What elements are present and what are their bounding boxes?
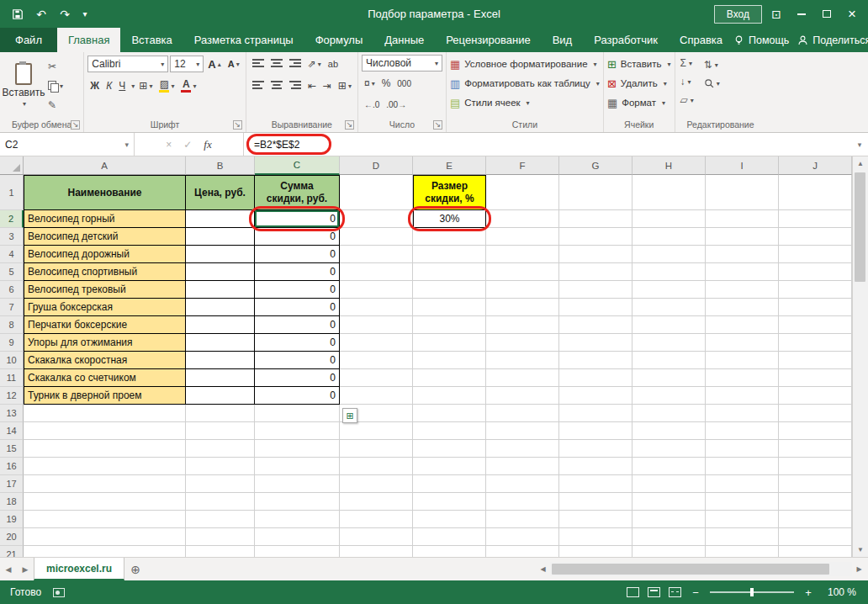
dialog-launcher-icon[interactable]: ↘	[71, 120, 80, 130]
zoom-level[interactable]: 100 %	[823, 586, 856, 598]
cell-A12[interactable]: Турник в дверной проем	[24, 387, 186, 405]
increase-indent-button[interactable]: ⇥	[320, 77, 334, 94]
decrease-indent-button[interactable]: ⇤	[305, 77, 319, 94]
cell-G19[interactable]	[559, 511, 632, 528]
cell-C7[interactable]: 0	[255, 299, 340, 316]
cell-E17[interactable]	[413, 475, 486, 493]
cell-H11[interactable]	[632, 369, 706, 387]
cell-I5[interactable]	[706, 263, 779, 281]
cell-E5[interactable]	[413, 263, 486, 281]
scroll-left-icon[interactable]: ◀	[536, 562, 550, 576]
delete-cells-button[interactable]: ⊠ Удалить ▾	[607, 74, 671, 93]
close-button[interactable]: ×	[841, 3, 863, 25]
minimize-button[interactable]	[791, 3, 812, 25]
horizontal-scroll-thumb[interactable]	[552, 564, 829, 575]
cell-C6[interactable]: 0	[255, 281, 340, 299]
cell-D1[interactable]	[340, 175, 413, 210]
cell-E6[interactable]	[413, 281, 486, 299]
cell-B3[interactable]	[186, 228, 255, 246]
cell-B14[interactable]	[186, 422, 255, 440]
cell-H2[interactable]	[632, 210, 706, 228]
cell-C17[interactable]	[255, 475, 340, 493]
cell-B20[interactable]	[186, 528, 255, 546]
cell-A1[interactable]: Наименование	[24, 175, 186, 210]
cell-C14[interactable]	[255, 422, 340, 440]
row-header-16[interactable]: 16	[0, 458, 24, 475]
cell-B8[interactable]	[186, 316, 255, 334]
align-bottom-icon[interactable]	[287, 56, 304, 72]
cell-B9[interactable]	[186, 334, 255, 352]
zoom-slider[interactable]	[710, 591, 794, 593]
enter-formula-icon[interactable]: ✓	[183, 139, 192, 151]
cell-F15[interactable]	[486, 440, 559, 458]
cell-I12[interactable]	[706, 387, 779, 405]
cell-B21[interactable]	[186, 546, 255, 557]
cell-B19[interactable]	[186, 511, 255, 528]
cell-C3[interactable]: 0	[255, 228, 340, 246]
find-select-button[interactable]: ▾	[702, 75, 722, 92]
cell-E4[interactable]	[413, 246, 486, 263]
comma-style-button[interactable]: 000	[394, 75, 414, 92]
cancel-formula-icon[interactable]: ×	[166, 139, 172, 151]
row-header-1[interactable]: 1	[0, 175, 24, 210]
cell-H4[interactable]	[632, 246, 706, 263]
cell-F17[interactable]	[486, 475, 559, 493]
cell-H19[interactable]	[632, 511, 706, 528]
cut-button[interactable]: ✂	[46, 58, 65, 75]
row-header-11[interactable]: 11	[0, 369, 24, 387]
dialog-launcher-icon[interactable]: ↘	[433, 120, 442, 130]
cell-G20[interactable]	[559, 528, 632, 546]
number-format-combo[interactable]: Числовой ▾	[362, 55, 442, 72]
row-header-14[interactable]: 14	[0, 422, 24, 440]
cell-C19[interactable]	[255, 511, 340, 528]
cell-C5[interactable]: 0	[255, 263, 340, 281]
cell-A3[interactable]: Велосипед детский	[24, 228, 186, 246]
cell-B17[interactable]	[186, 475, 255, 493]
row-header-12[interactable]: 12	[0, 387, 24, 405]
cell-G8[interactable]	[559, 316, 632, 334]
cell-E10[interactable]	[413, 352, 486, 369]
ribbon-tab-review[interactable]: Рецензирование	[435, 28, 541, 52]
row-header-15[interactable]: 15	[0, 440, 24, 458]
cell-J8[interactable]	[779, 316, 852, 334]
cell-C10[interactable]: 0	[255, 352, 340, 369]
cell-G16[interactable]	[559, 458, 632, 475]
cell-A14[interactable]	[24, 422, 186, 440]
scroll-right-icon[interactable]: ▶	[852, 562, 866, 576]
cell-A17[interactable]	[24, 475, 186, 493]
cell-D4[interactable]	[340, 246, 413, 263]
grow-font-button[interactable]: А▴	[205, 56, 223, 72]
cell-H9[interactable]	[632, 334, 706, 352]
zoom-out-button[interactable]: −	[690, 586, 701, 599]
cell-B2[interactable]	[186, 210, 255, 228]
shrink-font-button[interactable]: А▾	[225, 56, 242, 72]
cell-I3[interactable]	[706, 228, 779, 246]
column-header-B[interactable]: B	[186, 156, 255, 175]
cell-A16[interactable]	[24, 458, 186, 475]
cell-H14[interactable]	[632, 422, 706, 440]
zoom-slider-thumb[interactable]	[750, 588, 754, 596]
fill-button[interactable]: ↓▾	[679, 73, 696, 90]
sheet-nav-left-icon[interactable]: ◀	[0, 558, 17, 580]
cell-D12[interactable]	[340, 387, 413, 405]
cell-A11[interactable]: Скакалка со счетчиком	[24, 369, 186, 387]
cell-J17[interactable]	[779, 475, 852, 493]
cell-I21[interactable]	[706, 546, 779, 557]
cell-E3[interactable]	[413, 228, 486, 246]
cell-H17[interactable]	[632, 475, 706, 493]
column-header-A[interactable]: A	[24, 156, 186, 175]
cell-D2[interactable]	[340, 210, 413, 228]
cell-G7[interactable]	[559, 299, 632, 316]
cell-F4[interactable]	[486, 246, 559, 263]
scroll-down-icon[interactable]: ▼	[853, 543, 868, 557]
ribbon-tab-formulas[interactable]: Формулы	[304, 28, 374, 52]
row-header-7[interactable]: 7	[0, 299, 24, 316]
ribbon-tab-view[interactable]: Вид	[542, 28, 584, 52]
cell-J5[interactable]	[779, 263, 852, 281]
cell-E18[interactable]	[413, 493, 486, 511]
cell-F18[interactable]	[486, 493, 559, 511]
cell-E12[interactable]	[413, 387, 486, 405]
accounting-format-button[interactable]: ¤▾	[362, 75, 378, 92]
cell-I20[interactable]	[706, 528, 779, 546]
percent-style-button[interactable]: %	[379, 75, 394, 92]
